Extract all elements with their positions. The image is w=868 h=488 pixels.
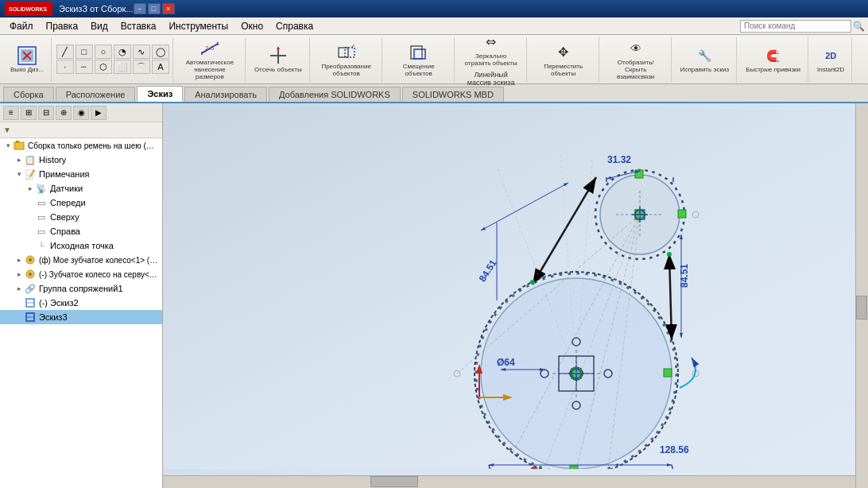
scrollbar-vertical[interactable] <box>855 103 868 488</box>
sketch2-icon <box>24 296 37 309</box>
line-tool[interactable]: ╱ <box>56 45 74 59</box>
toolbar-group-repair: 🔧 Исправить эскиз <box>673 37 737 82</box>
instant2d-button[interactable]: 2D Instant2D <box>813 42 848 76</box>
tab-sketch[interactable]: Эскиз <box>137 86 183 102</box>
tree-btn-2[interactable]: ⊞ <box>21 106 37 120</box>
tab-addins[interactable]: Добавления SOLIDWORKS <box>269 87 401 102</box>
right-label: Справа <box>50 227 80 236</box>
tree-item-history[interactable]: ▸ 📋 History <box>0 153 162 167</box>
tree-item-sketch2[interactable]: ▸ (-) Эскиз2 <box>0 296 162 310</box>
slot-tool[interactable]: ⬜ <box>114 60 131 74</box>
text-tool[interactable]: A <box>152 60 169 74</box>
scrollbar-thumb[interactable] <box>856 296 867 320</box>
convert-button[interactable]: Преобразование объектов <box>315 39 378 80</box>
svg-rect-16 <box>411 46 422 59</box>
notes-expand[interactable]: ▾ <box>14 169 24 179</box>
top-icon: ▭ <box>35 211 48 223</box>
tree-item-origin[interactable]: ▸ └ Исходная точка <box>0 238 162 253</box>
exit-sketch-button[interactable]: Выхо Диз... <box>6 42 48 76</box>
sketch3-label: Эскиз3 <box>39 312 68 322</box>
menu-view[interactable]: Вид <box>84 19 114 33</box>
fillet-tool[interactable]: ⌒ <box>133 60 150 74</box>
ellipse-tool[interactable]: ◯ <box>152 45 169 59</box>
tree-item-gear1[interactable]: ▸ (ф) Мое зубчатое колесо<1> (По ум <box>0 253 162 267</box>
close-button[interactable]: × <box>162 3 175 14</box>
svg-text:2.5: 2.5 <box>205 45 215 52</box>
toolbar-group-convert: Преобразование объектов <box>312 37 382 82</box>
tree-item-mates[interactable]: ▸ 🔗 Группа сопряжений1 <box>0 281 162 296</box>
tree-btn-1[interactable]: ≡ <box>3 106 19 120</box>
mirror-button[interactable]: ⇔ Зеркально отразить объекты <box>459 29 523 70</box>
tab-layout[interactable]: Расположение <box>56 87 136 102</box>
svg-point-97 <box>530 280 535 285</box>
repair-sketch-button[interactable]: 🔧 Исправить эскиз <box>676 42 733 76</box>
arc-tool[interactable]: ◔ <box>114 45 131 59</box>
tab-assembly[interactable]: Сборка <box>3 87 54 102</box>
smart-dimension-icon: 2.5 <box>199 37 221 60</box>
polygon-tool[interactable]: ⬡ <box>95 60 112 74</box>
tree-item-sensors[interactable]: ▸ 📡 Датчики <box>0 181 162 196</box>
rect-tool[interactable]: □ <box>76 45 93 59</box>
tree-btn-6[interactable]: ▶ <box>91 106 107 120</box>
tree-item-right[interactable]: ▸ ▭ Справа <box>0 224 162 238</box>
history-expand[interactable]: ▸ <box>14 155 24 165</box>
menu-file[interactable]: Файл <box>3 19 40 33</box>
toolbar-group-mirror: ⇔ Зеркально отразить объекты Линейный ма… <box>456 37 527 82</box>
scrollbar-thumb-h[interactable] <box>370 476 418 487</box>
svg-rect-14 <box>345 48 355 57</box>
tree-item-notes[interactable]: ▾ 📝 Примечания <box>0 167 162 181</box>
smart-dimension-button[interactable]: 2.5 Автоматическое нанесение размеров <box>178 35 242 83</box>
circle-tool[interactable]: ○ <box>95 45 112 59</box>
quick-snaps-button[interactable]: 🧲 Быстрые привязки <box>742 42 804 76</box>
tab-analyze[interactable]: Анализировать <box>184 87 267 102</box>
viewport[interactable]: 31.32 84.51 84.51 Ø64 128.56 <box>163 103 868 488</box>
quick-snaps-label: Быстрые привязки <box>746 67 800 74</box>
centerline-tool[interactable]: ┄ <box>76 60 93 74</box>
tab-mbd[interactable]: SOLIDWORKS MBD <box>402 87 504 102</box>
menu-edit[interactable]: Правка <box>40 19 85 33</box>
tree-item-top[interactable]: ▸ ▭ Сверху <box>0 210 162 224</box>
offset-button[interactable]: Смещение объектов <box>387 39 451 80</box>
toolbar-row-1: ╱ □ ○ ◔ ∿ ◯ <box>56 45 169 59</box>
gear2-expand[interactable]: ▸ <box>14 269 24 279</box>
sensors-expand[interactable]: ▸ <box>25 184 35 193</box>
tree-item-front[interactable]: ▸ ▭ Спереди <box>0 196 162 210</box>
toolbar-group-snaps: 🧲 Быстрые привязки <box>738 37 808 82</box>
mates-expand[interactable]: ▸ <box>14 284 24 293</box>
tree-item-sketch3[interactable]: ▸ Эскиз3 <box>0 310 162 324</box>
exit-sketch-label: Выхо Диз... <box>10 67 44 74</box>
tree-btn-4[interactable]: ⊕ <box>56 106 72 120</box>
tree-root[interactable]: ▾ Сборка только ремень на шею (По умо <box>0 138 162 153</box>
main-toolbar: Выхо Диз... ╱ □ ○ ◔ ∿ ◯ · ┄ ⬡ ⬜ ⌒ A <box>0 35 868 84</box>
scrollbar-horizontal[interactable] <box>163 475 855 488</box>
move-button[interactable]: ✥ Переместить объекты <box>532 39 595 80</box>
offset-icon <box>408 41 430 64</box>
toolbar-group-main: Выхо Диз... <box>3 37 52 82</box>
tree-btn-3[interactable]: ⊟ <box>38 106 54 120</box>
point-tool[interactable]: · <box>56 60 74 74</box>
toolbar-group-trim: Отсечь объекты <box>247 37 310 82</box>
menu-insert[interactable]: Вставка <box>114 19 163 33</box>
svg-text:31.32: 31.32 <box>607 154 631 165</box>
tree-btn-5[interactable]: ◉ <box>73 106 89 120</box>
menu-window[interactable]: Окно <box>234 19 269 33</box>
svg-rect-13 <box>339 48 348 57</box>
trim-button[interactable]: Отсечь объекты <box>250 42 306 76</box>
tree-item-gear2[interactable]: ▸ (-) Зубчатое колесо на серву<1> (По <box>0 267 162 281</box>
minimize-button[interactable]: − <box>134 3 146 14</box>
show-relations-button[interactable]: 👁 Отобразить/Скрыть взаимосвязи <box>604 35 668 83</box>
root-label: Сборка только ремень на шею (По умо <box>28 141 159 150</box>
root-expand[interactable]: ▾ <box>3 141 13 150</box>
search-input[interactable] <box>740 20 851 33</box>
gear1-expand[interactable]: ▸ <box>14 255 24 265</box>
root-icon <box>13 139 25 152</box>
spline-tool[interactable]: ∿ <box>133 45 150 59</box>
origin-icon: └ <box>35 239 48 252</box>
title-bar: SOLIDWORKS ЭскизЗ от Сборк... − □ × <box>0 0 868 17</box>
menu-help[interactable]: Справка <box>269 19 320 33</box>
menu-tools[interactable]: Инструменты <box>162 19 234 33</box>
toolbar-group-relations: 👁 Отобразить/Скрыть взаимосвязи <box>601 37 672 82</box>
maximize-button[interactable]: □ <box>148 3 161 14</box>
top-label: Сверху <box>50 212 79 222</box>
sketch3-icon <box>24 311 37 323</box>
